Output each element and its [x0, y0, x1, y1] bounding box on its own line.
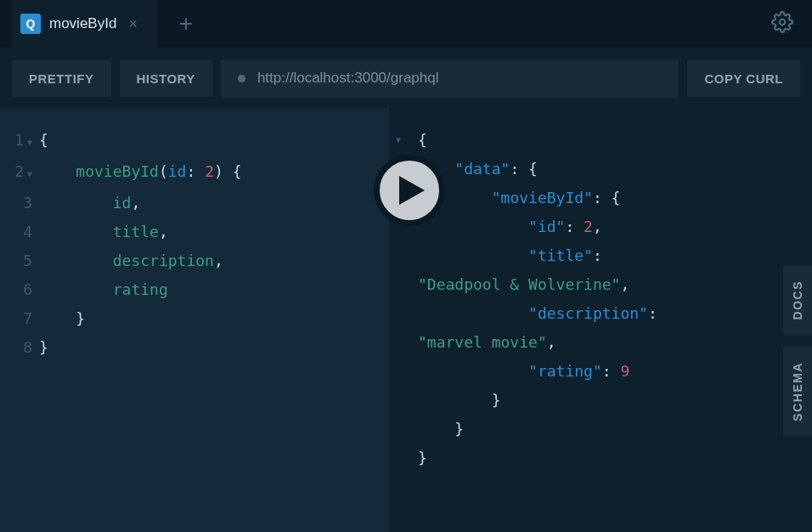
code-line: "Deadpool & Wolverine", [389, 270, 812, 299]
code-line: "rating": 9 [389, 357, 812, 386]
url-text: http://localhost:3000/graphql [257, 70, 439, 87]
code-line: ▼{ [389, 126, 812, 155]
code-line: 3 id, [0, 189, 389, 218]
play-icon [399, 176, 425, 205]
code-line: "marvel movie", [389, 328, 812, 357]
code-line: 8} [0, 333, 389, 362]
close-icon[interactable]: × [125, 15, 141, 33]
tab-label: movieById [49, 15, 116, 32]
code-line: } [389, 415, 812, 444]
new-tab-button[interactable]: + [163, 0, 209, 48]
code-line: ▼ "movieById": { [389, 184, 812, 212]
code-line: 2▼ movieById(id: 2) { [0, 157, 389, 189]
status-dot-icon [238, 75, 245, 82]
code-line: "title": [389, 241, 812, 270]
code-line: 5 description, [0, 246, 389, 275]
toolbar: PRETTIFY HISTORY http://localhost:3000/g… [0, 48, 812, 109]
history-button[interactable]: HISTORY [120, 60, 212, 97]
code-line: "description": [389, 299, 812, 328]
tabs-bar: Q movieById × + [0, 0, 812, 48]
code-line: 7 } [0, 304, 389, 333]
url-input[interactable]: http://localhost:3000/graphql [221, 59, 679, 98]
code-line: 1▼{ [0, 126, 389, 157]
svg-point-0 [780, 20, 786, 25]
code-line: 6 rating [0, 275, 389, 304]
prettify-button[interactable]: PRETTIFY [12, 60, 111, 97]
code-line: } [389, 386, 812, 415]
query-icon: Q [20, 14, 41, 34]
gear-icon [771, 11, 793, 33]
code-line: ▼ "data": { [389, 155, 812, 184]
code-line: } [389, 444, 812, 473]
response-viewer[interactable]: ▼{▼ "data": {▼ "movieById": { "id": 2, "… [389, 109, 812, 532]
code-line: "id": 2, [389, 212, 812, 241]
run-button[interactable] [374, 155, 445, 226]
schema-tab[interactable]: SCHEMA [783, 347, 812, 437]
tab-active[interactable]: Q movieById × [12, 0, 156, 48]
query-editor[interactable]: 1▼{2▼ movieById(id: 2) {3 id,4 title,5 d… [0, 109, 389, 532]
code-line: 4 title, [0, 218, 389, 246]
svg-marker-1 [399, 176, 425, 205]
settings-button[interactable] [764, 4, 800, 43]
docs-tab[interactable]: DOCS [783, 265, 812, 335]
side-tabs: DOCS SCHEMA [783, 265, 812, 437]
copy-curl-button[interactable]: COPY CURL [687, 60, 800, 97]
